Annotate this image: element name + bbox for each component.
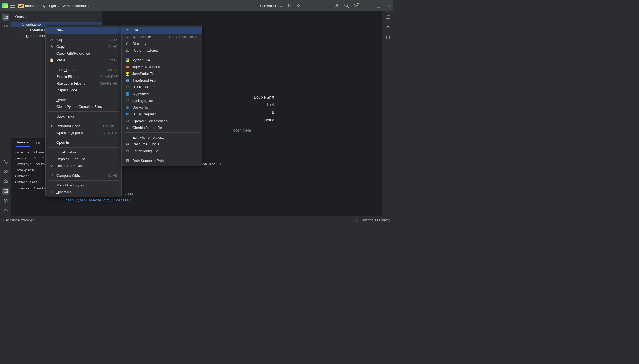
- services-icon[interactable]: [2, 178, 9, 185]
- vcs-tool-icon[interactable]: [2, 207, 9, 214]
- menu-item-dockerfile[interactable]: ◉Dockerfile: [122, 104, 202, 111]
- menu-item-editorconfig-file[interactable]: ⚙EditorConfig File: [122, 148, 202, 154]
- terminal-tool-icon[interactable]: [2, 188, 9, 195]
- menu-item-javascript-file[interactable]: JSJavaScript File: [122, 70, 202, 77]
- menu-item-find-in-files[interactable]: Find in Files…Ctrl+Shift+F: [46, 73, 121, 80]
- menu-item-label: Refactor: [56, 98, 114, 102]
- hamburger-menu-icon[interactable]: [10, 4, 15, 8]
- notifications-icon[interactable]: [384, 14, 392, 21]
- menu-item-label: Paste: [56, 58, 106, 62]
- menu-item-resource-bundle[interactable]: ⚙Resource Bundle: [122, 141, 202, 148]
- python-packages-icon[interactable]: [2, 168, 9, 175]
- menu-item-inspect-code[interactable]: Inspect Code…: [46, 87, 121, 93]
- menu-item-clean-python-compiled-files[interactable]: Clean Python Compiled Files: [46, 103, 121, 110]
- menu-item-python-file[interactable]: Python File: [122, 57, 202, 64]
- menu-item-new[interactable]: New›: [46, 27, 121, 34]
- structure-tool-icon[interactable]: [2, 24, 9, 31]
- menu-item-mark-directory-as[interactable]: Mark Directory as›: [46, 182, 121, 189]
- menu-item-label: HTTP Request: [132, 112, 198, 116]
- menu-shortcut: Ctrl+X: [108, 38, 118, 42]
- menu-item-copy[interactable]: ⎘CopyCtrl+C: [46, 43, 121, 50]
- menu-item-label: Clean Python Compiled Files: [56, 105, 118, 109]
- menu-item-bookmarks[interactable]: Bookmarks›: [46, 113, 121, 120]
- chevron-right-icon: ›: [116, 191, 118, 194]
- menu-item-gherkin-feature-file[interactable]: ◆Gherkin feature file: [122, 124, 202, 131]
- menu-separator: [48, 65, 119, 65]
- status-indexing-icon[interactable]: ◎: [355, 218, 358, 222]
- menu-item-compare-with[interactable]: ⇄Compare With…Ctrl+D: [46, 172, 121, 179]
- menu-item-openapi-specification[interactable]: ⊙OpenAPI Specification: [122, 118, 202, 124]
- status-project-name[interactable]: endstone-my-plugin: [6, 218, 34, 222]
- minimize-icon[interactable]: —: [366, 3, 371, 8]
- settings-icon[interactable]: [353, 3, 358, 8]
- close-icon[interactable]: ✕: [386, 3, 391, 8]
- editor-hints: Search EverywhereDouble Shift Go to File…: [210, 93, 274, 134]
- more-tools-icon[interactable]: ⋯: [2, 34, 9, 41]
- menu-item-data-source-in-path[interactable]: 🗄Data Source in Path: [122, 157, 202, 164]
- search-icon[interactable]: [344, 3, 349, 8]
- menu-separator: [124, 156, 200, 156]
- menu-item-optimize-imports[interactable]: Optimize ImportsCtrl+Alt+O: [46, 129, 121, 136]
- menu-item-label: Mark Directory as: [56, 183, 114, 187]
- menu-item-copy-path-reference[interactable]: Copy Path/Reference…: [46, 50, 121, 57]
- problems-icon[interactable]: [2, 197, 9, 204]
- menu-item-edit-file-templates[interactable]: Edit File Templates…: [122, 134, 202, 141]
- menu-item-find-usages[interactable]: Find UsagesAlt+F7: [46, 66, 121, 73]
- terminal-tab-local[interactable]: Lo: [35, 139, 40, 147]
- menu-item-package-json[interactable]: ⬡package.json: [122, 97, 202, 104]
- js-icon: JS: [125, 72, 130, 76]
- terminal-link[interactable]: http://www.apache.org/licenses/: [15, 198, 131, 202]
- menu-item-reload-from-disk[interactable]: ⟳Reload from Disk: [46, 162, 121, 169]
- maximize-icon[interactable]: ▢: [376, 3, 381, 8]
- menu-item-label: Repair IDE on File: [56, 157, 118, 161]
- status-python-interpreter[interactable]: Python 3.11 (venv): [363, 218, 390, 222]
- debug-button[interactable]: [296, 3, 301, 8]
- menu-item-stylesheet[interactable]: #Stylesheet: [122, 91, 202, 97]
- menu-item-label: Find Usages: [56, 68, 105, 72]
- {}-icon: ⬡: [125, 99, 130, 102]
- menu-item-label: Inspect Code…: [56, 88, 118, 92]
- menu-item-directory[interactable]: 🗀Directory: [122, 40, 202, 47]
- menu-item-typescript-file[interactable]: TSTypeScript File: [122, 77, 202, 84]
- menu-item-jupyter-notebook[interactable]: Jupyter Notebook: [122, 64, 202, 70]
- menu-item-label: Reload from Disk: [56, 164, 118, 168]
- menu-item-paste[interactable]: 📋PasteCtrl+V: [46, 57, 121, 64]
- menu-item-label: Resource Bundle: [132, 142, 198, 146]
- database-icon[interactable]: [384, 34, 392, 41]
- menu-item-open-in[interactable]: Open In›: [46, 139, 121, 146]
- #-icon: #: [125, 92, 130, 96]
- menu-item-cut[interactable]: ✂CutCtrl+X: [46, 36, 121, 43]
- run-button[interactable]: [287, 3, 292, 8]
- menu-item-repair-ide-on-file[interactable]: Repair IDE on File: [46, 156, 121, 162]
- ai-assistant-icon[interactable]: [384, 24, 392, 31]
- menu-item-diagrams[interactable]: ⊞Diagrams›: [46, 189, 121, 195]
- svg-point-9: [355, 5, 357, 6]
- 🐳-icon: ◉: [125, 105, 130, 109]
- menu-item-html-file[interactable]: <>HTML File: [122, 84, 202, 91]
- project-panel-header[interactable]: Project: [11, 11, 102, 21]
- menu-item-replace-in-files[interactable]: Replace in Files…Ctrl+Shift+R: [46, 80, 121, 87]
- chevron-right-icon: ›: [116, 151, 118, 154]
- ⊞-icon: ⊞: [49, 190, 54, 194]
- project-tool-icon[interactable]: [2, 14, 9, 21]
- menu-item-local-history[interactable]: Local History›: [46, 149, 121, 156]
- code-with-me-icon[interactable]: [335, 3, 340, 8]
- menu-item-refactor[interactable]: Refactor›: [46, 96, 121, 103]
- run-config-selector[interactable]: Current File: [260, 4, 283, 8]
- project-selector[interactable]: EP endstone-my-plugin: [18, 4, 60, 8]
- menu-item-http-request[interactable]: APIHTTP Request: [122, 111, 202, 118]
- terminal-tab[interactable]: Terminal: [16, 138, 30, 147]
- menu-separator: [48, 95, 119, 95]
- more-menu-icon[interactable]: ⋮: [305, 3, 310, 8]
- app-icon: [2, 3, 8, 8]
- menu-separator: [48, 35, 119, 35]
- chevron-down-icon: [280, 4, 283, 8]
- menu-item-python-package[interactable]: 🗀Python Package: [122, 47, 202, 54]
- menu-item-reformat-code[interactable]: ≡Reformat CodeCtrl+Alt+L: [46, 123, 121, 129]
- menu-item-file[interactable]: ≡File: [122, 27, 202, 34]
- menu-item-label: New: [56, 28, 114, 32]
- vcs-selector[interactable]: Version control: [63, 4, 90, 8]
- menu-item-scratch-file[interactable]: ≡Scratch FileCtrl+Alt+Shift+Insert: [122, 34, 202, 40]
- python-console-icon[interactable]: [2, 158, 9, 165]
- svg-point-17: [4, 209, 5, 210]
